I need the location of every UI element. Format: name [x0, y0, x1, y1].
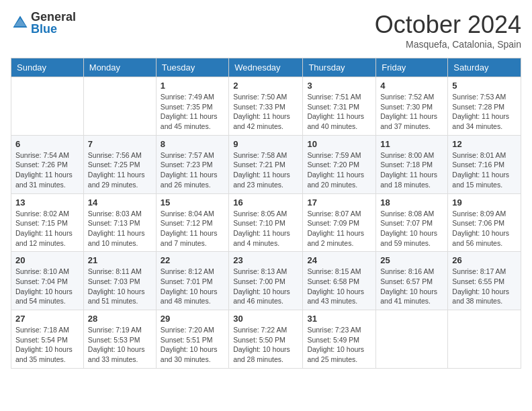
day-info: Sunrise: 8:16 AM Sunset: 6:57 PM Dayligh…: [380, 267, 443, 306]
logo-blue: Blue: [31, 23, 76, 35]
calendar-week-row: 6Sunrise: 7:54 AM Sunset: 7:26 PM Daylig…: [11, 135, 521, 193]
day-info: Sunrise: 7:19 AM Sunset: 5:53 PM Dayligh…: [88, 325, 152, 365]
calendar-cell: [83, 77, 156, 136]
svg-marker-1: [14, 18, 26, 26]
calendar-table: SundayMondayTuesdayWednesdayThursdayFrid…: [11, 58, 521, 369]
calendar-week-row: 27Sunrise: 7:18 AM Sunset: 5:54 PM Dayli…: [11, 310, 521, 369]
day-info: Sunrise: 8:11 AM Sunset: 7:03 PM Dayligh…: [88, 267, 152, 306]
day-number: 21: [88, 255, 152, 265]
calendar-cell: 29Sunrise: 7:20 AM Sunset: 5:51 PM Dayli…: [156, 310, 228, 369]
day-number: 13: [15, 197, 79, 208]
day-info: Sunrise: 8:04 AM Sunset: 7:12 PM Dayligh…: [161, 209, 224, 248]
page-header: General Blue October 2024 Masquefa, Cata…: [11, 11, 521, 50]
calendar-cell: 12Sunrise: 8:01 AM Sunset: 7:16 PM Dayli…: [448, 135, 521, 193]
calendar-cell: 24Sunrise: 8:15 AM Sunset: 6:58 PM Dayli…: [303, 252, 376, 310]
day-number: 6: [15, 139, 79, 149]
calendar-cell: [448, 310, 521, 369]
day-number: 27: [15, 314, 79, 324]
calendar-cell: 14Sunrise: 8:03 AM Sunset: 7:13 PM Dayli…: [83, 193, 156, 252]
day-info: Sunrise: 7:49 AM Sunset: 7:35 PM Dayligh…: [161, 92, 224, 132]
calendar-cell: 28Sunrise: 7:19 AM Sunset: 5:53 PM Dayli…: [83, 310, 156, 369]
location: Masquefa, Catalonia, Spain: [375, 39, 521, 50]
calendar-cell: 13Sunrise: 8:02 AM Sunset: 7:15 PM Dayli…: [11, 193, 84, 252]
day-info: Sunrise: 7:51 AM Sunset: 7:31 PM Dayligh…: [307, 92, 371, 132]
calendar-cell: 23Sunrise: 8:13 AM Sunset: 7:00 PM Dayli…: [229, 252, 303, 310]
day-info: Sunrise: 8:02 AM Sunset: 7:15 PM Dayligh…: [15, 209, 79, 248]
day-number: 9: [233, 139, 298, 149]
day-number: 4: [380, 81, 443, 91]
day-info: Sunrise: 7:53 AM Sunset: 7:28 PM Dayligh…: [452, 92, 517, 132]
day-info: Sunrise: 7:57 AM Sunset: 7:23 PM Dayligh…: [161, 150, 224, 190]
calendar-cell: 11Sunrise: 8:00 AM Sunset: 7:18 PM Dayli…: [376, 135, 448, 193]
logo-icon: [11, 13, 30, 32]
day-info: Sunrise: 8:15 AM Sunset: 6:58 PM Dayligh…: [307, 267, 371, 306]
calendar-cell: 30Sunrise: 7:22 AM Sunset: 5:50 PM Dayli…: [229, 310, 303, 369]
day-info: Sunrise: 8:03 AM Sunset: 7:13 PM Dayligh…: [88, 209, 152, 248]
calendar-cell: 3Sunrise: 7:51 AM Sunset: 7:31 PM Daylig…: [303, 77, 376, 136]
calendar-cell: 26Sunrise: 8:17 AM Sunset: 6:55 PM Dayli…: [448, 252, 521, 310]
day-info: Sunrise: 8:13 AM Sunset: 7:00 PM Dayligh…: [233, 267, 298, 306]
day-number: 31: [307, 314, 371, 324]
weekday-header: Tuesday: [156, 58, 228, 77]
calendar-cell: 10Sunrise: 7:59 AM Sunset: 7:20 PM Dayli…: [303, 135, 376, 193]
logo-text: General Blue: [31, 11, 76, 35]
calendar-cell: 15Sunrise: 8:04 AM Sunset: 7:12 PM Dayli…: [156, 193, 228, 252]
day-number: 25: [380, 255, 443, 265]
day-number: 18: [380, 197, 443, 208]
day-number: 12: [452, 139, 517, 149]
day-number: 15: [161, 197, 224, 208]
day-number: 19: [452, 197, 517, 208]
day-info: Sunrise: 7:52 AM Sunset: 7:30 PM Dayligh…: [380, 92, 443, 132]
day-info: Sunrise: 8:09 AM Sunset: 7:06 PM Dayligh…: [452, 209, 517, 248]
calendar-week-row: 1Sunrise: 7:49 AM Sunset: 7:35 PM Daylig…: [11, 77, 521, 136]
calendar-cell: 31Sunrise: 7:23 AM Sunset: 5:49 PM Dayli…: [303, 310, 376, 369]
day-info: Sunrise: 7:50 AM Sunset: 7:33 PM Dayligh…: [233, 92, 298, 132]
day-number: 3: [307, 81, 371, 91]
day-info: Sunrise: 8:00 AM Sunset: 7:18 PM Dayligh…: [380, 150, 443, 190]
day-info: Sunrise: 8:05 AM Sunset: 7:10 PM Dayligh…: [233, 209, 298, 248]
day-number: 16: [233, 197, 298, 208]
calendar-cell: 6Sunrise: 7:54 AM Sunset: 7:26 PM Daylig…: [11, 135, 84, 193]
weekday-header: Sunday: [11, 58, 84, 77]
day-info: Sunrise: 8:17 AM Sunset: 6:55 PM Dayligh…: [452, 267, 517, 306]
calendar-cell: [376, 310, 448, 369]
day-number: 7: [88, 139, 152, 149]
day-number: 11: [380, 139, 443, 149]
day-number: 30: [233, 314, 298, 324]
weekday-header: Thursday: [303, 58, 376, 77]
calendar-cell: 16Sunrise: 8:05 AM Sunset: 7:10 PM Dayli…: [229, 193, 303, 252]
day-info: Sunrise: 7:58 AM Sunset: 7:21 PM Dayligh…: [233, 150, 298, 190]
day-number: 1: [161, 81, 224, 91]
calendar-cell: 2Sunrise: 7:50 AM Sunset: 7:33 PM Daylig…: [229, 77, 303, 136]
day-number: 2: [233, 81, 298, 91]
logo-general: General: [31, 11, 76, 23]
day-number: 26: [452, 255, 517, 265]
day-info: Sunrise: 7:56 AM Sunset: 7:25 PM Dayligh…: [88, 150, 152, 190]
calendar-cell: 20Sunrise: 8:10 AM Sunset: 7:04 PM Dayli…: [11, 252, 84, 310]
calendar-cell: 4Sunrise: 7:52 AM Sunset: 7:30 PM Daylig…: [376, 77, 448, 136]
calendar-cell: 25Sunrise: 8:16 AM Sunset: 6:57 PM Dayli…: [376, 252, 448, 310]
day-info: Sunrise: 8:12 AM Sunset: 7:01 PM Dayligh…: [161, 267, 224, 306]
logo: General Blue: [11, 11, 76, 35]
day-info: Sunrise: 8:01 AM Sunset: 7:16 PM Dayligh…: [452, 150, 517, 190]
day-info: Sunrise: 8:08 AM Sunset: 7:07 PM Dayligh…: [380, 209, 443, 248]
day-number: 29: [161, 314, 224, 324]
calendar-cell: 9Sunrise: 7:58 AM Sunset: 7:21 PM Daylig…: [229, 135, 303, 193]
day-info: Sunrise: 7:54 AM Sunset: 7:26 PM Dayligh…: [15, 150, 79, 190]
month-title: October 2024: [375, 11, 521, 39]
weekday-header: Friday: [376, 58, 448, 77]
day-number: 10: [307, 139, 371, 149]
day-info: Sunrise: 7:20 AM Sunset: 5:51 PM Dayligh…: [161, 325, 224, 365]
day-number: 28: [88, 314, 152, 324]
calendar-cell: 17Sunrise: 8:07 AM Sunset: 7:09 PM Dayli…: [303, 193, 376, 252]
calendar-cell: 19Sunrise: 8:09 AM Sunset: 7:06 PM Dayli…: [448, 193, 521, 252]
day-number: 20: [15, 255, 79, 265]
calendar-cell: 7Sunrise: 7:56 AM Sunset: 7:25 PM Daylig…: [83, 135, 156, 193]
weekday-header: Saturday: [448, 58, 521, 77]
calendar-cell: [11, 77, 84, 136]
day-number: 8: [161, 139, 224, 149]
calendar-cell: 22Sunrise: 8:12 AM Sunset: 7:01 PM Dayli…: [156, 252, 228, 310]
day-number: 23: [233, 255, 298, 265]
calendar-cell: 1Sunrise: 7:49 AM Sunset: 7:35 PM Daylig…: [156, 77, 228, 136]
day-info: Sunrise: 7:23 AM Sunset: 5:49 PM Dayligh…: [307, 325, 371, 365]
